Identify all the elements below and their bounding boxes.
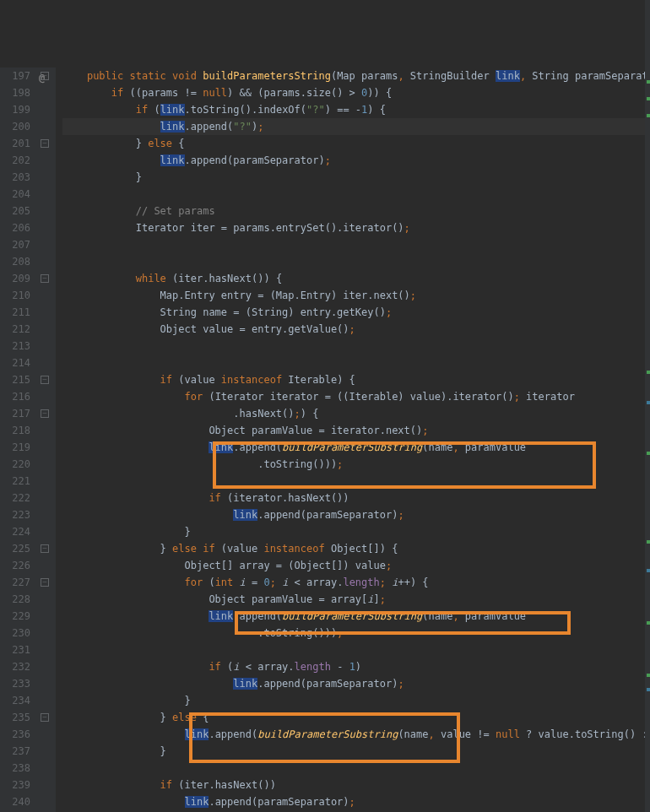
code-token — [62, 492, 209, 504]
code-line[interactable]: } else if (value instanceof Object[]) { — [62, 540, 650, 557]
code-line[interactable]: .hasNext();) { — [62, 405, 650, 422]
code-line[interactable]: while (iter.hasNext()) { — [62, 270, 650, 287]
code-token: StringBuilder — [410, 70, 496, 82]
code-token: if — [160, 779, 179, 791]
code-token: String paramSeparator) — [532, 70, 650, 82]
code-line[interactable]: link.append(paramSeparator); — [62, 675, 650, 692]
code-line[interactable]: // Set params — [62, 203, 650, 219]
code-token — [62, 796, 185, 808]
code-line[interactable]: link.append(paramSeparator); — [62, 506, 650, 523]
code-line[interactable] — [62, 186, 650, 203]
code-token: if — [111, 87, 130, 99]
code-line[interactable] — [62, 473, 650, 490]
code-token: buildParametersString — [203, 70, 331, 82]
code-line[interactable]: for (int i = 0; i < array.length; i++) { — [62, 574, 650, 591]
code-token: } — [62, 712, 172, 723]
code-token: < array. — [240, 661, 295, 673]
code-token: ; — [295, 408, 301, 420]
code-area[interactable]: public static void buildParametersString… — [56, 68, 650, 812]
code-line[interactable]: link.append(buildParameterSubstring(name… — [62, 726, 650, 743]
code-token: .toString())) — [62, 458, 337, 470]
fold-toggle-icon[interactable]: – — [41, 274, 49, 283]
stripe-mark[interactable] — [647, 114, 650, 117]
fold-toggle-icon[interactable]: – — [41, 409, 49, 418]
code-line[interactable] — [62, 641, 650, 658]
stripe-mark[interactable] — [647, 452, 650, 455]
code-line[interactable]: Iterator iter = params.entrySet().iterat… — [62, 219, 650, 236]
code-token: "?" — [306, 104, 325, 116]
code-line[interactable]: if (iterator.hasNext()) — [62, 490, 650, 506]
stripe-mark[interactable] — [647, 97, 650, 100]
code-line[interactable]: public static void buildParametersString… — [62, 68, 650, 84]
stripe-mark[interactable] — [647, 401, 650, 404]
marker-stripe[interactable] — [645, 0, 650, 812]
code-line[interactable] — [62, 236, 650, 253]
fold-toggle-icon[interactable]: – — [41, 578, 49, 587]
code-token: 0 — [263, 577, 269, 588]
code-line[interactable]: String name = (String) entry.getKey(); — [62, 304, 650, 321]
code-line[interactable]: .toString())); — [62, 625, 650, 641]
code-token: String name = (String) entry.getKey() — [62, 306, 386, 318]
code-line[interactable]: if (i < array.length - 1) — [62, 658, 650, 675]
code-line[interactable]: Object value = entry.getValue(); — [62, 321, 650, 338]
stripe-mark[interactable] — [647, 621, 650, 625]
code-line[interactable]: if ((params != null) && (params.size() >… — [62, 84, 650, 101]
fold-toggle-icon[interactable]: – — [41, 376, 49, 384]
code-token: .append( — [233, 441, 282, 453]
code-line[interactable]: } — [62, 523, 650, 540]
line-number: 204 — [5, 186, 30, 203]
code-line[interactable]: } — [62, 169, 650, 186]
code-token: } — [62, 543, 172, 555]
code-token — [62, 87, 111, 99]
stripe-mark[interactable] — [647, 688, 650, 691]
fold-toggle-icon[interactable]: – — [41, 139, 49, 148]
fold-toggle-icon[interactable]: – — [41, 72, 49, 80]
code-line[interactable]: for (Iterator iterator = ((Iterable) val… — [62, 388, 650, 405]
stripe-mark[interactable] — [647, 80, 650, 84]
code-line[interactable]: Object paramValue = array[i]; — [62, 591, 650, 608]
code-line[interactable]: if (link.toString().indexOf("?") == -1) … — [62, 101, 650, 118]
code-token: Object value = entry.getValue() — [62, 323, 349, 335]
code-line[interactable]: .toString())); — [62, 456, 650, 473]
line-number: 206 — [5, 219, 30, 236]
code-line[interactable]: link.append(paramSeparator); — [62, 793, 650, 810]
code-token: if — [136, 104, 154, 116]
code-line[interactable] — [62, 760, 650, 777]
code-token: (Map params — [331, 70, 398, 82]
code-line[interactable]: link.append(paramSeparator); — [62, 152, 650, 169]
code-token: (name — [422, 441, 452, 453]
code-line[interactable]: link.append("?"); — [62, 118, 650, 135]
fold-toggle-icon[interactable]: – — [41, 544, 49, 553]
stripe-mark[interactable] — [647, 569, 650, 572]
code-token: .append( — [185, 121, 234, 133]
code-token: , — [452, 441, 464, 453]
code-line[interactable]: } else { — [62, 135, 650, 152]
code-line[interactable]: } — [62, 743, 650, 760]
stripe-mark[interactable] — [647, 540, 650, 544]
code-line[interactable] — [62, 338, 650, 355]
code-line[interactable] — [62, 355, 650, 371]
stripe-mark[interactable] — [647, 371, 650, 374]
fold-toggle-icon[interactable]: – — [41, 713, 49, 722]
code-token: link — [496, 70, 520, 82]
code-line[interactable]: Map.Entry entry = (Map.Entry) iter.next(… — [62, 287, 650, 304]
code-line[interactable]: } else { — [62, 709, 650, 726]
code-token: (iterator.hasNext()) — [227, 492, 349, 504]
code-token: .append(paramSeparator) — [257, 678, 398, 690]
code-line[interactable]: if (value instanceof Iterable) { — [62, 371, 650, 388]
code-token: ++) { — [398, 577, 428, 588]
code-token — [62, 205, 136, 217]
code-line[interactable]: Object[] array = (Object[]) value; — [62, 557, 650, 574]
code-line[interactable]: } — [62, 692, 650, 709]
code-line[interactable]: Object paramValue = iterator.next(); — [62, 422, 650, 439]
code-token: .append( — [209, 728, 257, 740]
code-line[interactable]: link.append(buildParameterSubstring(name… — [62, 608, 650, 625]
code-token: instanceof — [221, 374, 288, 386]
code-token: ; — [270, 577, 282, 588]
code-token: if — [209, 661, 227, 673]
code-line[interactable]: link.append(buildParameterSubstring(name… — [62, 439, 650, 456]
stripe-mark[interactable] — [647, 674, 650, 677]
code-line[interactable]: if (iter.hasNext()) — [62, 777, 650, 793]
line-number: 219 — [5, 439, 30, 456]
code-line[interactable] — [62, 253, 650, 270]
